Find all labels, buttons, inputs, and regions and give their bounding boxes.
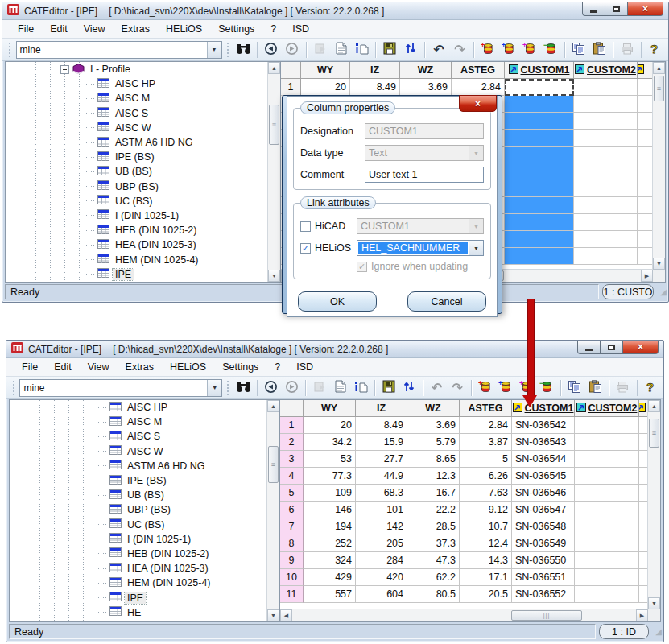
maximize-button[interactable] bbox=[605, 2, 628, 16]
selected-column-cell[interactable] bbox=[505, 231, 574, 248]
scroll-up-button[interactable]: ▲ bbox=[653, 62, 665, 74]
tree-item-hem-din-1025-4[interactable]: HEM (DIN 1025-4) bbox=[6, 252, 267, 266]
copy-button[interactable] bbox=[565, 378, 584, 398]
title-bar[interactable]: CATEditor - [IPE] [ D:\hicad_svn\220X\de… bbox=[2, 2, 668, 20]
insert-reference-button[interactable] bbox=[351, 378, 370, 398]
selected-column-cell[interactable] bbox=[505, 214, 574, 231]
cell-wy[interactable]: 557 bbox=[304, 586, 356, 603]
cell-asteg[interactable]: 9.12 bbox=[460, 502, 512, 518]
tree-item-aisc-w[interactable]: AISC W bbox=[10, 444, 266, 459]
tree-vertical-scrollbar[interactable]: ▲≡▼ bbox=[266, 400, 279, 621]
table-vertical-scrollbar[interactable]: ▲≡▼ bbox=[652, 62, 665, 270]
tree-item-uc-bs[interactable]: UC (BS) bbox=[6, 194, 267, 208]
column-header-iz[interactable]: IZ bbox=[350, 62, 400, 79]
scroll-track[interactable]: ≡ bbox=[653, 74, 665, 258]
cell-wz[interactable]: 62.2 bbox=[407, 569, 460, 586]
cell-wz[interactable]: 5.79 bbox=[407, 434, 460, 451]
cell-custom1[interactable]: SN-036546 bbox=[512, 485, 575, 502]
cell-asteg[interactable]: 2.84 bbox=[452, 79, 505, 96]
nav-back-button[interactable] bbox=[262, 39, 281, 60]
menu-item-isd[interactable]: ISD bbox=[289, 360, 320, 374]
cell-iz[interactable]: 101 bbox=[356, 502, 407, 518]
cell-asteg[interactable]: 6.26 bbox=[460, 468, 512, 485]
cell-iz[interactable]: 8.49 bbox=[356, 417, 407, 434]
cell-custom1[interactable]: SN-036544 bbox=[512, 451, 575, 468]
selected-column-cell[interactable] bbox=[505, 147, 574, 163]
cell-custom1[interactable]: SN-036552 bbox=[512, 586, 575, 603]
cell-wy[interactable]: 146 bbox=[304, 502, 356, 518]
tree-item-he[interactable]: HE bbox=[10, 605, 266, 620]
scroll-thumb[interactable]: ≡ bbox=[654, 76, 664, 101]
tree-item-aisc-s[interactable]: AISC S bbox=[6, 106, 267, 121]
menu-item-file[interactable]: File bbox=[10, 22, 41, 36]
menu-item-extras[interactable]: Extras bbox=[118, 360, 161, 374]
scroll-track[interactable]: ≡ bbox=[267, 412, 279, 609]
title-bar[interactable]: CATEditor - [IPE] [ D:\hicad_svn\220X\de… bbox=[6, 341, 663, 358]
cell-wz[interactable]: 28.5 bbox=[407, 518, 460, 535]
tree-item-ubp-bs[interactable]: UBP (BS) bbox=[6, 180, 267, 194]
menu-item-helios[interactable]: HELiOS bbox=[159, 22, 209, 36]
cell-wy[interactable]: 109 bbox=[304, 485, 356, 502]
scroll-right-button[interactable]: ▶ bbox=[636, 609, 648, 621]
row-number-cell[interactable]: 8 bbox=[280, 535, 304, 552]
cell-iz[interactable]: 68.3 bbox=[356, 485, 407, 502]
help-button[interactable]: ? bbox=[641, 378, 660, 398]
cell-asteg[interactable]: 5 bbox=[460, 451, 512, 468]
menu-item-help[interactable]: ? bbox=[267, 360, 287, 374]
column-header-custom1[interactable]: CUSTOM1 bbox=[505, 62, 574, 79]
cell-wz[interactable]: 80.5 bbox=[407, 586, 460, 603]
cell-custom1[interactable]: SN-036548 bbox=[512, 518, 575, 535]
cell-custom1[interactable]: SN-036542 bbox=[512, 417, 575, 434]
cell-asteg[interactable]: 14.3 bbox=[460, 552, 512, 569]
cell-custom2[interactable] bbox=[575, 552, 639, 569]
menu-item-edit[interactable]: Edit bbox=[47, 360, 79, 374]
scroll-thumb[interactable]: ||| bbox=[511, 610, 582, 621]
scroll-thumb[interactable]: ≡ bbox=[649, 419, 659, 448]
cell-empty[interactable] bbox=[574, 231, 638, 248]
menu-item-file[interactable]: File bbox=[14, 360, 45, 374]
selected-column-cell[interactable] bbox=[505, 248, 574, 265]
tree-item-aisc-s[interactable]: AISC S bbox=[10, 429, 266, 444]
row-number-cell[interactable]: 6 bbox=[280, 502, 304, 518]
tree-item-ub-bs[interactable]: UB (BS) bbox=[6, 164, 267, 179]
tree-item-hem-din-1025-4[interactable]: HEM (DIN 1025-4) bbox=[10, 576, 266, 590]
sort-button[interactable] bbox=[399, 378, 419, 398]
cell-iz[interactable]: 27.7 bbox=[356, 451, 407, 468]
helios-checkbox[interactable]: ✓ bbox=[300, 243, 311, 254]
cell-empty[interactable] bbox=[574, 180, 638, 197]
cell-wy[interactable]: 324 bbox=[304, 552, 356, 569]
chevron-down-icon[interactable]: ▼ bbox=[207, 380, 221, 396]
maximize-button[interactable] bbox=[600, 341, 623, 354]
row-number-cell[interactable]: 11 bbox=[280, 586, 304, 603]
cell-iz[interactable]: 44.9 bbox=[356, 468, 407, 485]
tree-item-heb-din-1025-2[interactable]: HEB (DIN 1025-2) bbox=[6, 223, 267, 237]
cell-custom1[interactable]: SN-036543 bbox=[512, 434, 575, 451]
paste-button[interactable] bbox=[585, 378, 605, 398]
cell-wy[interactable]: 194 bbox=[304, 518, 356, 535]
db-add-blue-button[interactable]: + bbox=[496, 378, 515, 398]
cancel-button[interactable]: Cancel bbox=[407, 291, 486, 312]
chevron-down-icon[interactable]: ▼ bbox=[207, 42, 221, 58]
cell-custom1[interactable]: SN-036549 bbox=[512, 535, 575, 552]
selected-column-cell[interactable] bbox=[505, 197, 574, 214]
find-button[interactable] bbox=[233, 39, 253, 60]
cell-custom2[interactable] bbox=[575, 485, 639, 502]
paste-button[interactable] bbox=[589, 39, 609, 60]
cell-custom2[interactable] bbox=[575, 451, 639, 468]
cell-wz[interactable]: 47.3 bbox=[407, 552, 460, 569]
cell-wz[interactable]: 8.65 bbox=[407, 451, 460, 468]
active-cell-custom1[interactable] bbox=[505, 79, 574, 96]
tree-item-ub-bs[interactable]: UB (BS) bbox=[10, 488, 266, 502]
table-vertical-scrollbar[interactable]: ▲≡▼ bbox=[647, 400, 660, 609]
column-header-iz[interactable]: IZ bbox=[356, 400, 407, 417]
cell-custom2[interactable] bbox=[575, 417, 639, 434]
cell-empty[interactable] bbox=[574, 163, 638, 180]
menu-item-help[interactable]: ? bbox=[263, 22, 283, 36]
new-document-button[interactable] bbox=[331, 378, 350, 398]
cell-custom2[interactable] bbox=[574, 79, 638, 96]
help-button[interactable]: ? bbox=[646, 39, 665, 60]
menu-item-edit[interactable]: Edit bbox=[43, 22, 75, 36]
tree-item-ipe-bs[interactable]: IPE (BS) bbox=[10, 473, 266, 488]
cell-asteg[interactable]: 2.84 bbox=[460, 417, 512, 434]
cell-custom1[interactable]: SN-036545 bbox=[512, 468, 575, 485]
